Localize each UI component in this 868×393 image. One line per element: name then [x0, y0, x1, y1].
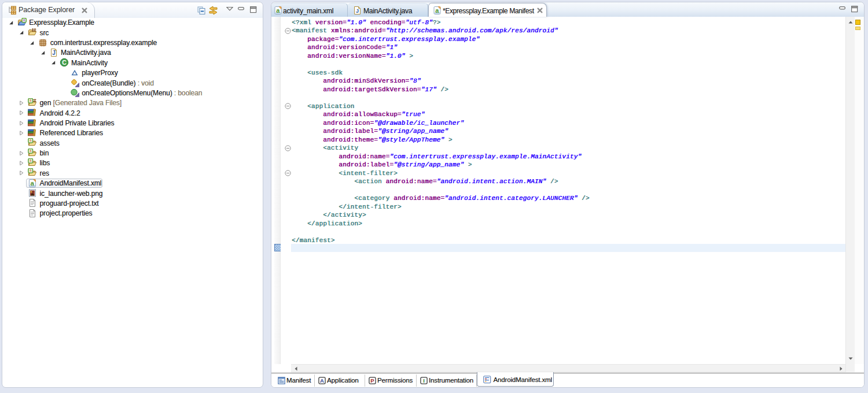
svg-text:a: a	[30, 139, 32, 143]
svg-text:J: J	[52, 50, 56, 56]
svg-text:a: a	[31, 180, 35, 187]
svg-text:a: a	[30, 149, 32, 153]
svg-text:P: P	[370, 377, 374, 384]
svg-text:J: J	[356, 8, 359, 14]
svg-text:a: a	[23, 18, 25, 22]
svg-text:a: a	[30, 98, 32, 102]
svg-text:C: C	[62, 59, 67, 66]
svg-text:I: I	[423, 377, 425, 384]
svg-text:a: a	[435, 7, 439, 14]
svg-text:a: a	[276, 7, 280, 14]
svg-text:a: a	[30, 158, 32, 162]
svg-text:A: A	[320, 377, 324, 384]
svg-text:a: a	[30, 169, 32, 173]
